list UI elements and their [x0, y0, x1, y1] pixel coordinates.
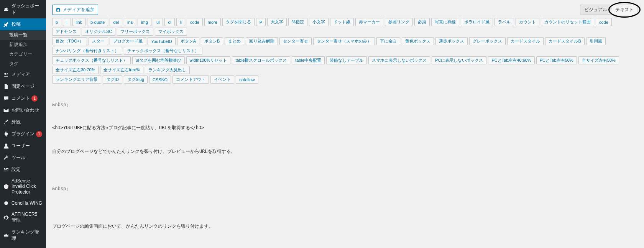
quicktag-button[interactable]: PCに表示しないボックス	[432, 56, 486, 64]
quicktag-button[interactable]: b	[52, 18, 61, 26]
quicktag-button[interactable]: チェックボックス（番号なしリスト）	[52, 56, 131, 64]
quicktag-button[interactable]: マイボックス	[155, 28, 187, 36]
sidebar-sub-tags[interactable]: タグ	[0, 59, 46, 69]
quicktag-button[interactable]: スター	[89, 37, 108, 45]
quicktag-button[interactable]: ランキングエリア背景	[52, 76, 101, 84]
sidebar-item-adsense[interactable]: AdSense Invalid Click Protector	[0, 176, 46, 197]
quicktag-button[interactable]: フリーボックス	[117, 28, 153, 36]
quicktag-button[interactable]: ボタンA	[177, 37, 199, 45]
quicktag-button[interactable]: ポラロイド風	[461, 18, 493, 26]
quicktag-button[interactable]: 黄色ボックス	[402, 37, 434, 45]
add-media-button[interactable]: メディアを追加	[52, 5, 98, 15]
quicktag-button[interactable]: カウント	[516, 18, 539, 26]
quicktag-button[interactable]: 装飾なしテーブル	[326, 56, 367, 64]
sidebar-item-dashboard[interactable]: ダッシュボード	[0, 0, 46, 18]
comment-count-badge: 1	[31, 95, 38, 102]
shield-icon	[3, 184, 9, 190]
sidebar-item-comments[interactable]: コメント1	[0, 92, 46, 104]
quicktag-button[interactable]: img	[138, 18, 151, 26]
quicktag-button[interactable]: アドセンス	[52, 28, 80, 36]
quicktag-button[interactable]: table中央配置	[292, 56, 325, 64]
quicktag-button[interactable]: PCとTab左右40:60%	[488, 56, 534, 64]
quicktag-button[interactable]: 下に余白	[376, 37, 400, 45]
quicktag-button[interactable]: more	[204, 18, 221, 26]
quicktag-button[interactable]: li	[176, 18, 185, 26]
quicktag-button[interactable]: code	[596, 18, 612, 26]
quicktag-button[interactable]: 全サイズ左右50%	[578, 56, 619, 64]
quicktag-button[interactable]: del	[110, 18, 122, 26]
quicktag-button[interactable]: チェックボックス（番号なしリスト）	[124, 47, 202, 55]
sidebar-item-plugins[interactable]: プラグイン1	[0, 128, 46, 140]
quicktag-button[interactable]: カードスタイルB	[545, 37, 584, 45]
quicktag-button[interactable]: 必須	[414, 18, 430, 26]
quicktag-button[interactable]: スマホに表示しないボックス	[368, 56, 430, 64]
quicktag-button[interactable]: 引用風	[586, 37, 606, 45]
quicktag-button[interactable]: カウントのリセット範囲	[541, 18, 594, 26]
quicktag-button[interactable]: 回り込み解除	[246, 37, 278, 45]
quicktag-button[interactable]: オリジナルSC	[82, 28, 115, 36]
sidebar-item-appearance[interactable]: 外観	[0, 116, 46, 128]
quicktag-button[interactable]: ランキング大見出し	[145, 66, 190, 74]
gear-icon	[3, 215, 9, 221]
quicktag-button[interactable]: ブログカード風	[110, 37, 146, 45]
quicktag-button[interactable]: nofollow	[236, 76, 258, 84]
tab-visual[interactable]: ビジュアル	[580, 5, 611, 15]
text-editor-area[interactable]: &nbsp; <h3>YOUTUBEに貼る方法⇒ブログ記事に一度貼り、URLを取…	[52, 85, 638, 248]
mail-icon	[3, 107, 9, 113]
quicktag-button[interactable]: 小文字	[309, 18, 329, 26]
quicktag-button[interactable]: コメントアウト	[172, 76, 209, 84]
sidebar-sub-all-posts[interactable]: 投稿一覧	[0, 30, 46, 40]
quicktag-button[interactable]: ul	[153, 18, 163, 26]
sidebar-item-settings[interactable]: 設定	[0, 164, 46, 176]
quicktag-button[interactable]: タグID	[103, 76, 122, 84]
quicktag-button[interactable]: b-quote	[87, 18, 108, 26]
quicktag-button[interactable]: グレーボックス	[469, 37, 506, 45]
quicktag-button[interactable]: code	[187, 18, 203, 26]
quicktag-button[interactable]: タグを閉じる	[222, 18, 255, 26]
sidebar-item-media[interactable]: メディア	[0, 69, 46, 80]
quicktag-button[interactable]: P	[256, 18, 266, 26]
quicktag-button[interactable]: table横スクロールボックス	[232, 56, 290, 64]
sidebar-item-tools[interactable]: ツール	[0, 152, 46, 164]
sidebar-item-inquiry[interactable]: お問い合わせ	[0, 104, 46, 116]
quicktag-button[interactable]: ol	[164, 18, 175, 26]
sidebar-item-posts[interactable]: 投稿	[0, 18, 46, 30]
quicktag-button[interactable]: YouTubeID	[148, 37, 175, 45]
quicktag-button[interactable]: link	[72, 18, 86, 26]
sidebar-item-users[interactable]: ユーザー	[0, 140, 46, 152]
quicktag-button[interactable]: カードスタイル	[507, 37, 544, 45]
quicktag-button[interactable]: 薄赤ボックス	[435, 37, 468, 45]
quicktag-button[interactable]: 目次（TOC+）	[52, 37, 87, 45]
quicktag-button[interactable]: ulタグを囲む均等横並び	[132, 56, 185, 64]
quicktag-button[interactable]: ボタンB	[201, 37, 223, 45]
quicktag-button[interactable]: イベント	[210, 76, 234, 84]
quicktag-button[interactable]: width100%リセット	[186, 56, 231, 64]
quicktag-button[interactable]: 赤マーカー	[355, 18, 383, 26]
quicktag-button[interactable]: i	[63, 18, 71, 26]
sidebar-item-affinger[interactable]: AFFINGER5 管理	[0, 209, 46, 226]
quicktag-button[interactable]: タグSlug	[124, 76, 148, 84]
quicktag-button[interactable]: まとめ	[225, 37, 244, 45]
quicktag-button[interactable]: PCとTab左右50%	[536, 56, 577, 64]
sidebar-item-pages[interactable]: 固定ページ	[0, 80, 46, 92]
quicktag-button[interactable]: 写真に枠線	[431, 18, 459, 26]
quicktag-button[interactable]: 大文字	[267, 18, 287, 26]
quicktag-button[interactable]: ラベル	[495, 18, 514, 26]
quicktag-button[interactable]: ins	[124, 18, 136, 26]
sidebar-collapse[interactable]: メニューを閉じる	[0, 245, 46, 248]
sidebar-item-conoha[interactable]: ConoHa WING	[0, 197, 46, 209]
quicktag-button[interactable]: 全サイズ左右30:70%	[52, 66, 99, 74]
quicktag-button[interactable]: ドット線	[330, 18, 354, 26]
quicktag-button[interactable]: %指定	[288, 18, 307, 26]
tab-text[interactable]: テキスト	[611, 5, 638, 15]
sidebar-sub-categories[interactable]: カテゴリー	[0, 49, 46, 59]
quicktag-button[interactable]: 全サイズ左右free%	[100, 66, 143, 74]
quicktag-button[interactable]: センター寄せ	[279, 37, 312, 45]
sidebar-item-ranking[interactable]: ランキング管理	[0, 226, 46, 245]
sidebar-sub-new-post[interactable]: 新規追加	[0, 40, 46, 49]
quicktag-button[interactable]: ナンバリング（番号付きリスト）	[52, 47, 122, 55]
quicktag-button[interactable]: センター寄せ（スマホのみ）	[313, 37, 375, 45]
quicktag-button[interactable]: CSSNO	[149, 76, 171, 84]
quicktag-button[interactable]: 参照リンク	[385, 18, 413, 26]
crown-icon	[3, 232, 9, 238]
